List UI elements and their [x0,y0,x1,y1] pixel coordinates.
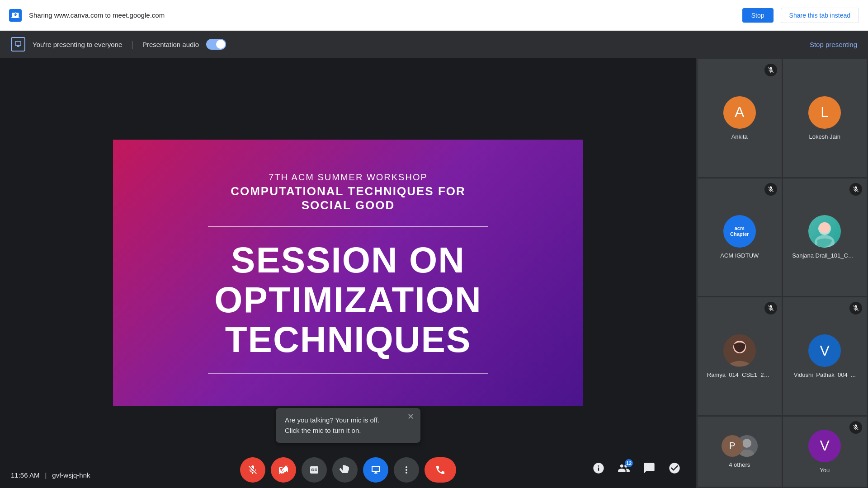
participant-tile-acm: acmChapter ACM IGDTUW [698,178,782,296]
meeting-code: gvf-wsjq-hnk [52,471,90,479]
avatar-ramya [723,334,756,367]
mute-indicator-ankita [764,64,777,76]
share-screen-icon [9,9,22,22]
mute-indicator-ramya [764,302,777,314]
share-tab-button[interactable]: Share this tab instead [781,8,859,23]
audio-label: Presentation audio [142,41,199,48]
avatar-lokesh: L [808,96,841,129]
main-content: 7TH ACM SUMMER WORKSHOP COMPUTATIONAL TE… [0,58,868,488]
name-ankita: Ankita [728,133,751,140]
participant-tile-ankita: A Ankita [698,59,782,177]
name-sanjana: Sanjana Drall_101_CSE... [788,252,861,259]
avatar-vidushi: V [808,334,841,367]
more-options-button[interactable] [394,457,419,483]
slide-title1: COMPUTATIONAL TECHNIQUES FOR [231,184,466,198]
name-acm: ACM IGDTUW [717,252,762,259]
avatar-ankita: A [723,96,756,129]
present-now-button[interactable] [363,457,388,483]
presentation-area: 7TH ACM SUMMER WORKSHOP COMPUTATIONAL TE… [0,58,696,488]
slide-title2: SOCIAL GOOD [302,198,395,212]
meeting-info: 11:56 AM | gvf-wsjq-hnk [11,471,90,479]
participant-tile-ramya: Ramya_014_CSE1_2nd ... [698,297,782,415]
captions-button[interactable] [302,457,327,483]
avatar-sanjana [808,215,841,248]
slide-divider-top [208,226,488,227]
stop-presenting-button[interactable]: Stop presenting [810,41,857,48]
meeting-separator: | [45,471,47,479]
bottom-bar: 11:56 AM | gvf-wsjq-hnk [0,452,696,488]
present-icon [11,37,25,52]
name-ramya: Ramya_014_CSE1_2nd ... [703,371,776,378]
mute-camera-button[interactable] [271,457,296,483]
slide: 7TH ACM SUMMER WORKSHOP COMPUTATIONAL TE… [113,140,583,406]
mute-mic-button[interactable] [240,457,265,483]
mute-indicator-sanjana [849,183,862,196]
audio-toggle[interactable] [206,39,226,50]
participant-tile-4others: P 4 others [698,417,782,487]
end-call-button[interactable] [425,457,456,483]
slide-divider-bottom [208,373,488,374]
participants-panel: A Ankita L Lokesh Jain acmChapter ACM IG… [696,58,868,488]
stop-sharing-button[interactable]: Stop [742,8,774,23]
sharing-text: Sharing www.canva.com to meet.google.com [29,11,735,19]
mute-indicator-acm [764,183,777,196]
name-vidushi: Vidushi_Pathak_004_... [790,371,859,378]
participant-tile-you: V You [783,417,867,487]
notification-line2: Click the mic to turn it on. [285,426,399,436]
participant-tile-vidushi: V Vidushi_Pathak_004_... [783,297,867,415]
name-you: You [816,467,833,474]
slide-main-heading: SESSION ON OPTIMIZATION TECHNIQUES [214,240,481,360]
svg-point-2 [819,222,830,233]
slide-subtitle: 7TH ACM SUMMER WORKSHOP [269,172,428,183]
meeting-time: 11:56 AM [11,471,39,479]
mic-notification: Are you talking? Your mic is off. Click … [276,408,420,443]
avatar-acm: acmChapter [723,215,756,248]
participant-tile-sanjana: Sanjana Drall_101_CSE... [783,178,867,296]
notification-close-button[interactable]: ✕ [407,413,414,421]
presenting-text: You're presenting to everyone [33,41,122,48]
name-lokesh: Lokesh Jain [806,133,844,140]
meet-topbar: You're presenting to everyone | Presenta… [0,31,868,58]
mute-indicator-vidushi [849,302,862,314]
avatar-you: V [808,430,841,462]
name-4others: 4 others [725,461,754,468]
avatar-4others-1: P [722,435,743,457]
svg-point-7 [742,439,751,448]
mute-indicator-you [849,421,862,434]
browser-sharing-bar: Sharing www.canva.com to meet.google.com… [0,0,868,31]
raise-hand-button[interactable] [332,457,358,483]
participant-tile-lokesh: L Lokesh Jain [783,59,867,177]
topbar-divider: | [131,40,133,49]
notification-line1: Are you talking? Your mic is off. [285,415,399,426]
